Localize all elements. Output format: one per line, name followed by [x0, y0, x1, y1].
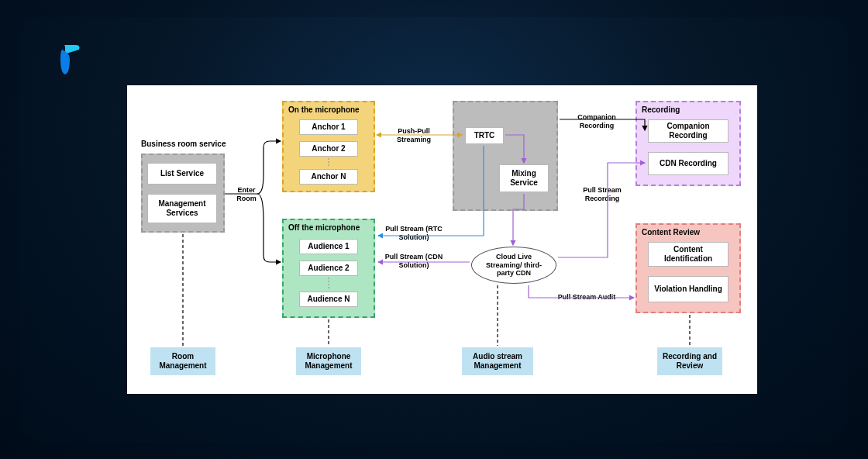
review-title: Content Review	[642, 228, 700, 236]
architecture-diagram: Business room service List Service Manag…	[127, 85, 757, 394]
pull-audit-label: Pull Stream Audit	[552, 293, 622, 302]
recording-title: Recording	[642, 105, 680, 114]
audience2: Audience 2	[299, 261, 358, 276]
cdn-ellipse: Cloud Live Streaming/ third-party CDN	[471, 247, 556, 284]
backstage-box	[453, 101, 558, 211]
frame: Business room service List Service Manag…	[20, 17, 848, 442]
comp-rec-label: Companion Recording	[566, 113, 628, 130]
pull-rtc-label: Pull Stream (RTC Solution)	[384, 225, 443, 242]
audience1: Audience 1	[299, 239, 358, 254]
anchor1: Anchor 1	[299, 119, 358, 135]
enter-room-label: Enter Room	[231, 186, 262, 203]
audio-mgmt: Audio stream Management	[462, 347, 533, 375]
pull-cdn-label: Pull Stream (CDN Solution)	[384, 253, 443, 270]
business-title: Business room service	[141, 140, 226, 148]
off-mic-title: Off the microphone	[288, 223, 360, 232]
room-mgmt: Room Management	[150, 347, 215, 375]
anchorN: Anchor N	[299, 169, 358, 185]
mic-mgmt: Microphone Management	[296, 347, 361, 375]
mixing-box: Mixing Service	[499, 164, 549, 192]
cdn-recording-box: CDN Recording	[648, 152, 728, 175]
anchor2: Anchor 2	[299, 141, 358, 157]
audienceN: Audience N	[299, 292, 358, 307]
on-mic-title: On the microphone	[288, 105, 360, 114]
content-id-box: Content Identification	[648, 242, 728, 267]
trtc-box: TRTC	[465, 127, 504, 144]
violation-box: Violation Handling	[648, 276, 728, 302]
pull-rec-label: Pull Stream Recording	[575, 186, 629, 203]
pushpull-label: Push-Pull Streaming	[384, 127, 443, 144]
mgmt-service-box: Management Services	[147, 194, 217, 223]
list-service-box: List Service	[147, 163, 217, 185]
recrev-mgmt: Recording and Review	[657, 347, 722, 375]
brand-logo	[46, 39, 87, 82]
comp-recording-box: Companion Recording	[648, 119, 728, 143]
